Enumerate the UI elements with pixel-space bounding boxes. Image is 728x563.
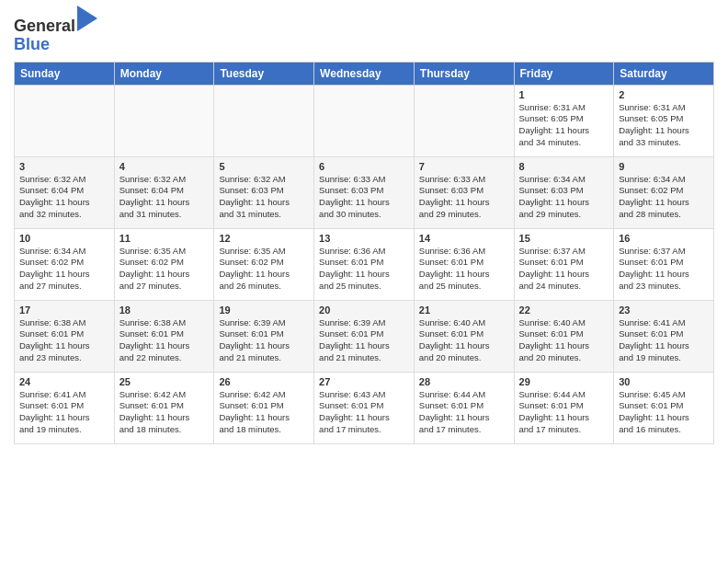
day-number: 1 [519, 89, 609, 100]
calendar-cell: 5Sunrise: 6:32 AM Sunset: 6:03 PM Daylig… [214, 156, 314, 228]
calendar-cell: 29Sunrise: 6:44 AM Sunset: 6:01 PM Dayli… [514, 372, 614, 443]
calendar-cell: 21Sunrise: 6:40 AM Sunset: 6:01 PM Dayli… [414, 300, 514, 372]
calendar-cell: 24Sunrise: 6:41 AM Sunset: 6:01 PM Dayli… [15, 372, 115, 443]
calendar-week-1: 1Sunrise: 6:31 AM Sunset: 6:05 PM Daylig… [15, 85, 714, 156]
calendar-cell: 17Sunrise: 6:38 AM Sunset: 6:01 PM Dayli… [15, 300, 115, 372]
calendar-cell: 27Sunrise: 6:43 AM Sunset: 6:01 PM Dayli… [314, 372, 415, 443]
day-info: Sunrise: 6:34 AM Sunset: 6:02 PM Dayligh… [19, 246, 109, 293]
day-number: 5 [219, 161, 309, 172]
day-info: Sunrise: 6:35 AM Sunset: 6:02 PM Dayligh… [219, 246, 309, 293]
calendar-cell: 20Sunrise: 6:39 AM Sunset: 6:01 PM Dayli… [314, 300, 415, 372]
day-info: Sunrise: 6:38 AM Sunset: 6:01 PM Dayligh… [119, 317, 210, 364]
day-number: 9 [619, 161, 709, 172]
day-number: 27 [319, 376, 409, 387]
calendar-cell: 12Sunrise: 6:35 AM Sunset: 6:02 PM Dayli… [214, 228, 314, 300]
calendar-cell: 2Sunrise: 6:31 AM Sunset: 6:05 PM Daylig… [614, 85, 714, 156]
day-info: Sunrise: 6:34 AM Sunset: 6:03 PM Dayligh… [519, 174, 609, 221]
day-info: Sunrise: 6:42 AM Sunset: 6:01 PM Dayligh… [219, 389, 309, 436]
calendar-cell [314, 85, 415, 156]
day-info: Sunrise: 6:31 AM Sunset: 6:05 PM Dayligh… [519, 102, 609, 149]
calendar-cell: 30Sunrise: 6:45 AM Sunset: 6:01 PM Dayli… [614, 372, 714, 443]
day-info: Sunrise: 6:44 AM Sunset: 6:01 PM Dayligh… [519, 389, 609, 436]
logo-blue: Blue [14, 35, 50, 53]
calendar-cell: 10Sunrise: 6:34 AM Sunset: 6:02 PM Dayli… [15, 228, 115, 300]
day-number: 20 [319, 304, 409, 316]
page: General Blue SundayMondayTuesdayWednesda… [0, 0, 728, 458]
day-info: Sunrise: 6:41 AM Sunset: 6:01 PM Dayligh… [619, 317, 709, 364]
calendar-cell: 8Sunrise: 6:34 AM Sunset: 6:03 PM Daylig… [514, 156, 614, 228]
calendar-cell [15, 85, 115, 156]
day-info: Sunrise: 6:40 AM Sunset: 6:01 PM Dayligh… [519, 317, 609, 364]
calendar-cell [414, 85, 514, 156]
header: General Blue [14, 9, 714, 54]
calendar-week-4: 17Sunrise: 6:38 AM Sunset: 6:01 PM Dayli… [15, 300, 714, 372]
day-info: Sunrise: 6:37 AM Sunset: 6:01 PM Dayligh… [619, 246, 709, 293]
calendar-cell [214, 85, 314, 156]
day-number: 2 [619, 89, 709, 100]
logo: General Blue [14, 9, 97, 54]
calendar-week-3: 10Sunrise: 6:34 AM Sunset: 6:02 PM Dayli… [15, 228, 714, 300]
weekday-header-monday: Monday [114, 62, 214, 85]
weekday-header-saturday: Saturday [614, 62, 714, 85]
day-number: 30 [619, 376, 709, 387]
calendar-cell: 22Sunrise: 6:40 AM Sunset: 6:01 PM Dayli… [514, 300, 614, 372]
calendar-week-2: 3Sunrise: 6:32 AM Sunset: 6:04 PM Daylig… [15, 156, 714, 228]
day-number: 24 [19, 376, 109, 387]
day-number: 19 [219, 304, 309, 316]
day-number: 26 [219, 376, 309, 387]
day-info: Sunrise: 6:32 AM Sunset: 6:04 PM Dayligh… [19, 174, 109, 221]
day-number: 16 [619, 233, 709, 244]
weekday-header-sunday: Sunday [15, 62, 115, 85]
calendar-cell: 26Sunrise: 6:42 AM Sunset: 6:01 PM Dayli… [214, 372, 314, 443]
weekday-header-tuesday: Tuesday [214, 62, 314, 85]
day-info: Sunrise: 6:32 AM Sunset: 6:04 PM Dayligh… [119, 174, 210, 221]
weekday-header-thursday: Thursday [414, 62, 514, 85]
calendar-cell: 19Sunrise: 6:39 AM Sunset: 6:01 PM Dayli… [214, 300, 314, 372]
day-info: Sunrise: 6:33 AM Sunset: 6:03 PM Dayligh… [419, 174, 509, 221]
weekday-header-wednesday: Wednesday [314, 62, 415, 85]
day-number: 28 [419, 376, 509, 387]
calendar-cell: 7Sunrise: 6:33 AM Sunset: 6:03 PM Daylig… [414, 156, 514, 228]
calendar-cell: 16Sunrise: 6:37 AM Sunset: 6:01 PM Dayli… [614, 228, 714, 300]
day-number: 17 [19, 304, 109, 316]
calendar-header-row: SundayMondayTuesdayWednesdayThursdayFrid… [15, 62, 714, 85]
calendar-week-5: 24Sunrise: 6:41 AM Sunset: 6:01 PM Dayli… [15, 372, 714, 443]
svg-marker-0 [77, 6, 97, 31]
calendar-cell: 14Sunrise: 6:36 AM Sunset: 6:01 PM Dayli… [414, 228, 514, 300]
logo-triangle-icon [77, 6, 97, 31]
day-info: Sunrise: 6:42 AM Sunset: 6:01 PM Dayligh… [119, 389, 210, 436]
day-info: Sunrise: 6:36 AM Sunset: 6:01 PM Dayligh… [319, 246, 409, 293]
day-info: Sunrise: 6:31 AM Sunset: 6:05 PM Dayligh… [619, 102, 709, 149]
calendar: SundayMondayTuesdayWednesdayThursdayFrid… [14, 62, 714, 444]
calendar-cell: 11Sunrise: 6:35 AM Sunset: 6:02 PM Dayli… [114, 228, 214, 300]
logo-blue-text: Blue [14, 36, 97, 54]
day-number: 4 [119, 161, 210, 172]
logo-general: General [14, 17, 75, 35]
day-number: 12 [219, 233, 309, 244]
day-number: 6 [319, 161, 409, 172]
calendar-cell: 9Sunrise: 6:34 AM Sunset: 6:02 PM Daylig… [614, 156, 714, 228]
day-info: Sunrise: 6:40 AM Sunset: 6:01 PM Dayligh… [419, 317, 509, 364]
day-number: 3 [19, 161, 109, 172]
day-info: Sunrise: 6:35 AM Sunset: 6:02 PM Dayligh… [119, 246, 210, 293]
day-number: 7 [419, 161, 509, 172]
day-number: 14 [419, 233, 509, 244]
calendar-cell: 6Sunrise: 6:33 AM Sunset: 6:03 PM Daylig… [314, 156, 415, 228]
calendar-cell: 28Sunrise: 6:44 AM Sunset: 6:01 PM Dayli… [414, 372, 514, 443]
day-info: Sunrise: 6:39 AM Sunset: 6:01 PM Dayligh… [219, 317, 309, 364]
day-info: Sunrise: 6:44 AM Sunset: 6:01 PM Dayligh… [419, 389, 509, 436]
day-info: Sunrise: 6:33 AM Sunset: 6:03 PM Dayligh… [319, 174, 409, 221]
day-info: Sunrise: 6:36 AM Sunset: 6:01 PM Dayligh… [419, 246, 509, 293]
day-number: 25 [119, 376, 210, 387]
day-info: Sunrise: 6:41 AM Sunset: 6:01 PM Dayligh… [19, 389, 109, 436]
day-info: Sunrise: 6:37 AM Sunset: 6:01 PM Dayligh… [519, 246, 609, 293]
day-number: 15 [519, 233, 609, 244]
day-info: Sunrise: 6:39 AM Sunset: 6:01 PM Dayligh… [319, 317, 409, 364]
calendar-cell: 13Sunrise: 6:36 AM Sunset: 6:01 PM Dayli… [314, 228, 415, 300]
day-number: 23 [619, 304, 709, 316]
calendar-cell: 23Sunrise: 6:41 AM Sunset: 6:01 PM Dayli… [614, 300, 714, 372]
day-info: Sunrise: 6:34 AM Sunset: 6:02 PM Dayligh… [619, 174, 709, 221]
day-number: 18 [119, 304, 210, 316]
calendar-cell: 1Sunrise: 6:31 AM Sunset: 6:05 PM Daylig… [514, 85, 614, 156]
weekday-header-friday: Friday [514, 62, 614, 85]
